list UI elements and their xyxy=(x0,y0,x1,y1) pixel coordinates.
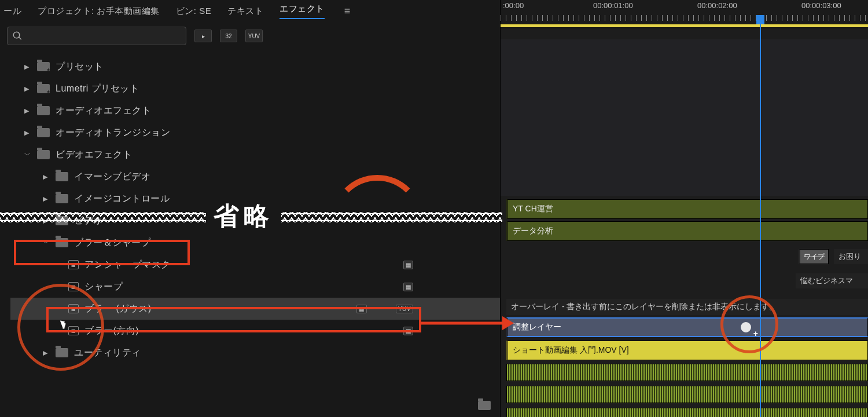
ruler-tick-label: 00:00:01:00 xyxy=(593,1,633,10)
tab-effects[interactable]: エフェクト xyxy=(279,3,325,19)
badge-yuv-icon: YUV xyxy=(396,305,413,313)
search-input[interactable] xyxy=(26,31,181,41)
label: オーディオトランジション xyxy=(56,127,170,139)
clip-graphic[interactable]: データ分析 xyxy=(506,221,868,241)
clip-audio-waveform[interactable] xyxy=(506,408,868,417)
panel-tabs: ール プロジェクト: お手本動画編集 ビン: SE テキスト エフェクト ≡ xyxy=(0,0,500,22)
new-bin-icon[interactable] xyxy=(478,401,491,410)
tab-project[interactable]: プロジェクト: お手本動画編集 xyxy=(38,6,160,17)
label: ユーティリティ xyxy=(74,347,141,359)
badge-accel-icon: ▦ xyxy=(403,327,414,335)
label: プリセット xyxy=(56,61,104,73)
label: ブラー＆シャープ xyxy=(74,237,150,249)
clip-label: ワイプ xyxy=(804,252,825,262)
badge-accel-icon: ▦ xyxy=(403,283,414,291)
ruler-ticks xyxy=(501,15,868,21)
panel-menu-icon[interactable]: ≡ xyxy=(344,5,351,17)
clip-label: 調整レイヤー xyxy=(513,322,561,332)
folder-utility[interactable]: ▶ユーティリティ xyxy=(10,342,500,364)
drag-cursor-icon xyxy=(741,322,751,332)
clip-graphic[interactable]: YT CH運営 xyxy=(506,199,868,219)
clip-label: お困り xyxy=(838,251,861,262)
ruler-tick-label: 00:00:02:00 xyxy=(697,1,737,10)
annotation-omitted-label: 省略 xyxy=(206,203,281,229)
filter-accelerated-icon[interactable]: ▸ xyxy=(194,30,212,42)
badge-accel-icon: ▦ xyxy=(403,261,414,269)
ruler-tick-label: 00:00:03:00 xyxy=(801,1,841,10)
annotation-arrow-icon xyxy=(421,312,514,335)
clip-label: オーバーレイ - 書き出す前にこのレイヤーを削除または非表示にします。 xyxy=(511,302,777,312)
ruler-tick-label: :00:00 xyxy=(503,1,524,10)
clip-video[interactable]: ショート動画編集 入門.MOV [V] xyxy=(506,341,868,360)
clip-audio-waveform[interactable] xyxy=(506,364,868,381)
effect-unsharp-mask[interactable]: ▶▦アンシャープマスク▦ xyxy=(10,254,500,276)
label: ビデオエフェクト xyxy=(56,149,132,161)
tab-bin[interactable]: ビン: SE xyxy=(176,6,211,17)
clip-wipe[interactable]: ワイプ xyxy=(799,249,829,264)
clip-graphic[interactable]: 悩むビジネスマ xyxy=(796,273,868,288)
label: イメージコントロール xyxy=(74,193,170,205)
clip-graphic[interactable]: お困り xyxy=(834,249,868,264)
label: イマーシブビデオ xyxy=(74,171,150,183)
filter-32bit-icon[interactable]: 32 xyxy=(220,30,237,42)
label: ブラー (ガウス) xyxy=(84,303,152,315)
clip-label: ショート動画編集 入門.MOV [V] xyxy=(513,345,629,356)
clip-audio-waveform[interactable] xyxy=(506,386,868,403)
folder-presets[interactable]: ▶プリセット xyxy=(10,56,500,78)
time-ruler[interactable]: :00:00 00:00:01:00 00:00:02:00 00:00:03:… xyxy=(501,0,868,24)
badge-accel-icon: ▦ xyxy=(356,305,367,313)
timeline-panel: :00:00 00:00:01:00 00:00:02:00 00:00:03:… xyxy=(501,0,868,417)
clip-label: データ分析 xyxy=(513,226,553,236)
clip-adjustment-layer[interactable]: 調整レイヤー xyxy=(506,317,868,337)
clip-label: YT CH運営 xyxy=(513,204,553,214)
label: アンシャープマスク xyxy=(84,259,171,271)
label: オーディオエフェクト xyxy=(56,105,151,117)
svg-marker-1 xyxy=(502,316,514,330)
playhead-icon[interactable] xyxy=(756,15,764,24)
search-input-wrap[interactable] xyxy=(7,27,186,45)
folder-audio-fx[interactable]: ▶オーディオエフェクト xyxy=(10,100,500,122)
label: ブラー(方向) xyxy=(84,325,139,337)
playhead-line[interactable] xyxy=(760,24,761,417)
folder-blur-sharp[interactable]: ﹀ブラー＆シャープ xyxy=(10,232,500,254)
track-empty[interactable] xyxy=(501,39,868,196)
search-icon xyxy=(12,31,23,41)
work-area-bar[interactable] xyxy=(501,24,868,28)
tab-text[interactable]: テキスト xyxy=(227,6,263,17)
effect-sharpen[interactable]: ▶▦シャープ▦ xyxy=(10,276,500,298)
label: シャープ xyxy=(84,281,123,293)
clip-overlay-note[interactable]: オーバーレイ - 書き出す前にこのレイヤーを削除または非表示にします。 xyxy=(506,299,868,315)
folder-lumetri[interactable]: ▶Lumetri プリセット xyxy=(10,78,500,100)
tab-truncated[interactable]: ール xyxy=(3,6,21,17)
folder-audio-transition[interactable]: ▶オーディオトランジション xyxy=(10,122,500,144)
filter-yuv-icon[interactable]: YUV xyxy=(245,30,263,42)
clip-label: 悩むビジネスマ xyxy=(800,276,853,286)
folder-immersive[interactable]: ▶イマーシブビデオ xyxy=(10,166,500,188)
folder-video-fx[interactable]: ﹀ビデオエフェクト xyxy=(10,144,500,166)
label: Lumetri プリセット xyxy=(56,83,139,95)
